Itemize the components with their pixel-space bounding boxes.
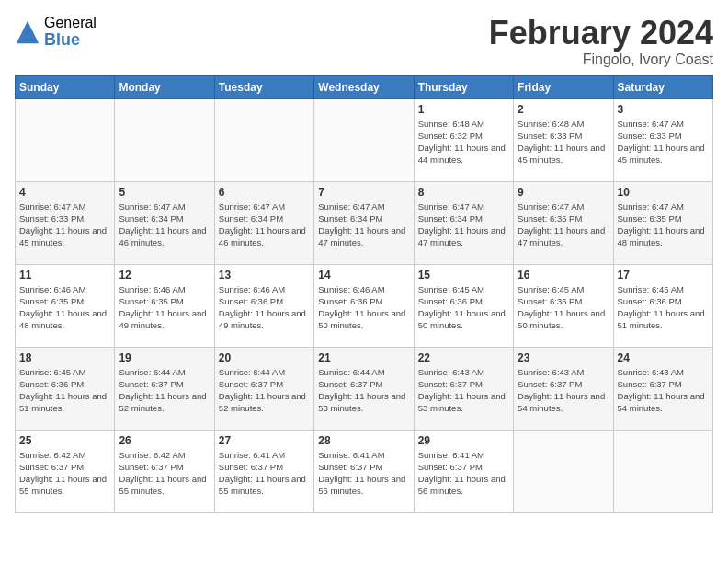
- calendar-day-cell: 1Sunrise: 6:48 AM Sunset: 6:32 PM Daylig…: [414, 98, 513, 181]
- calendar-day-cell: [314, 98, 414, 181]
- day-info: Sunrise: 6:47 AM Sunset: 6:33 PM Dayligh…: [618, 118, 709, 167]
- calendar-day-cell: 14Sunrise: 6:46 AM Sunset: 6:36 PM Dayli…: [314, 264, 414, 347]
- calendar-day-cell: 7Sunrise: 6:47 AM Sunset: 6:34 PM Daylig…: [314, 181, 414, 264]
- day-number: 16: [518, 269, 609, 282]
- day-info: Sunrise: 6:46 AM Sunset: 6:36 PM Dayligh…: [219, 283, 310, 332]
- calendar-day-cell: 12Sunrise: 6:46 AM Sunset: 6:35 PM Dayli…: [115, 264, 214, 347]
- day-info: Sunrise: 6:47 AM Sunset: 6:35 PM Dayligh…: [618, 201, 709, 249]
- day-number: 24: [618, 351, 709, 364]
- calendar-week-row: 18Sunrise: 6:45 AM Sunset: 6:36 PM Dayli…: [16, 347, 713, 430]
- calendar-day-cell: 27Sunrise: 6:41 AM Sunset: 6:37 PM Dayli…: [214, 430, 313, 512]
- calendar-day-cell: 15Sunrise: 6:45 AM Sunset: 6:36 PM Dayli…: [414, 264, 513, 347]
- day-number: 29: [418, 434, 509, 447]
- logo: General Blue: [15, 15, 97, 49]
- calendar-day-cell: 22Sunrise: 6:43 AM Sunset: 6:37 PM Dayli…: [414, 347, 513, 430]
- calendar-day-cell: 29Sunrise: 6:41 AM Sunset: 6:37 PM Dayli…: [414, 430, 513, 512]
- day-number: 6: [219, 186, 310, 199]
- calendar-header-cell: Wednesday: [314, 75, 414, 98]
- day-number: 10: [618, 186, 709, 199]
- day-number: 2: [518, 103, 609, 116]
- day-number: 19: [119, 351, 210, 364]
- day-number: 28: [318, 434, 409, 447]
- day-number: 14: [318, 269, 409, 282]
- day-info: Sunrise: 6:46 AM Sunset: 6:35 PM Dayligh…: [19, 283, 110, 332]
- logo-general: General: [44, 15, 97, 31]
- day-info: Sunrise: 6:41 AM Sunset: 6:37 PM Dayligh…: [219, 449, 310, 498]
- calendar-day-cell: 6Sunrise: 6:47 AM Sunset: 6:34 PM Daylig…: [214, 181, 313, 264]
- day-info: Sunrise: 6:43 AM Sunset: 6:37 PM Dayligh…: [518, 366, 609, 415]
- day-number: 1: [418, 103, 509, 116]
- calendar-day-cell: 20Sunrise: 6:44 AM Sunset: 6:37 PM Dayli…: [214, 347, 313, 430]
- day-number: 11: [19, 269, 110, 282]
- calendar-day-cell: 9Sunrise: 6:47 AM Sunset: 6:35 PM Daylig…: [514, 181, 613, 264]
- calendar-day-cell: 5Sunrise: 6:47 AM Sunset: 6:34 PM Daylig…: [115, 181, 214, 264]
- day-number: 25: [19, 434, 110, 447]
- day-info: Sunrise: 6:47 AM Sunset: 6:34 PM Dayligh…: [119, 201, 210, 249]
- day-number: 23: [518, 351, 609, 364]
- calendar-header-cell: Friday: [514, 75, 613, 98]
- calendar-day-cell: 26Sunrise: 6:42 AM Sunset: 6:37 PM Dayli…: [115, 430, 214, 512]
- day-number: 17: [618, 269, 709, 282]
- calendar-day-cell: [514, 430, 613, 512]
- calendar-day-cell: 25Sunrise: 6:42 AM Sunset: 6:37 PM Dayli…: [16, 430, 115, 512]
- calendar-day-cell: 4Sunrise: 6:47 AM Sunset: 6:33 PM Daylig…: [16, 181, 115, 264]
- calendar-day-cell: [16, 98, 115, 181]
- calendar-day-cell: [214, 98, 313, 181]
- day-info: Sunrise: 6:41 AM Sunset: 6:37 PM Dayligh…: [418, 449, 509, 498]
- day-number: 27: [219, 434, 310, 447]
- calendar-week-row: 25Sunrise: 6:42 AM Sunset: 6:37 PM Dayli…: [16, 430, 713, 512]
- calendar-day-cell: 13Sunrise: 6:46 AM Sunset: 6:36 PM Dayli…: [214, 264, 313, 347]
- calendar-header-cell: Saturday: [613, 75, 712, 98]
- day-number: 9: [518, 186, 609, 199]
- calendar-day-cell: [115, 98, 214, 181]
- day-number: 20: [219, 351, 310, 364]
- day-info: Sunrise: 6:45 AM Sunset: 6:36 PM Dayligh…: [418, 283, 509, 332]
- calendar-day-cell: 21Sunrise: 6:44 AM Sunset: 6:37 PM Dayli…: [314, 347, 414, 430]
- calendar-week-row: 4Sunrise: 6:47 AM Sunset: 6:33 PM Daylig…: [16, 181, 713, 264]
- day-info: Sunrise: 6:44 AM Sunset: 6:37 PM Dayligh…: [119, 366, 210, 415]
- calendar-header-cell: Sunday: [16, 75, 115, 98]
- day-info: Sunrise: 6:45 AM Sunset: 6:36 PM Dayligh…: [618, 283, 709, 332]
- day-number: 7: [318, 186, 409, 199]
- day-number: 8: [418, 186, 509, 199]
- day-info: Sunrise: 6:41 AM Sunset: 6:37 PM Dayligh…: [318, 449, 409, 498]
- day-info: Sunrise: 6:48 AM Sunset: 6:32 PM Dayligh…: [418, 118, 509, 167]
- calendar-day-cell: 11Sunrise: 6:46 AM Sunset: 6:35 PM Dayli…: [16, 264, 115, 347]
- logo-text: General Blue: [44, 15, 97, 49]
- page-header: General Blue February 2024 Fingolo, Ivor…: [15, 15, 713, 68]
- calendar-week-row: 11Sunrise: 6:46 AM Sunset: 6:35 PM Dayli…: [16, 264, 713, 347]
- calendar-body: 1Sunrise: 6:48 AM Sunset: 6:32 PM Daylig…: [16, 98, 713, 512]
- day-number: 5: [119, 186, 210, 199]
- day-number: 18: [19, 351, 110, 364]
- day-number: 21: [318, 351, 409, 364]
- day-number: 13: [219, 269, 310, 282]
- calendar-day-cell: 28Sunrise: 6:41 AM Sunset: 6:37 PM Dayli…: [314, 430, 414, 512]
- day-info: Sunrise: 6:42 AM Sunset: 6:37 PM Dayligh…: [119, 449, 210, 498]
- day-number: 15: [418, 269, 509, 282]
- day-number: 4: [19, 186, 110, 199]
- calendar-day-cell: 17Sunrise: 6:45 AM Sunset: 6:36 PM Dayli…: [613, 264, 712, 347]
- calendar-day-cell: 10Sunrise: 6:47 AM Sunset: 6:35 PM Dayli…: [613, 181, 712, 264]
- calendar-day-cell: 8Sunrise: 6:47 AM Sunset: 6:34 PM Daylig…: [414, 181, 513, 264]
- calendar-day-cell: 3Sunrise: 6:47 AM Sunset: 6:33 PM Daylig…: [613, 98, 712, 181]
- calendar-day-cell: 16Sunrise: 6:45 AM Sunset: 6:36 PM Dayli…: [514, 264, 613, 347]
- calendar-header-row: SundayMondayTuesdayWednesdayThursdayFrid…: [16, 75, 713, 98]
- calendar-header-cell: Thursday: [414, 75, 513, 98]
- day-number: 26: [119, 434, 210, 447]
- day-info: Sunrise: 6:48 AM Sunset: 6:33 PM Dayligh…: [518, 118, 609, 167]
- logo-blue: Blue: [44, 31, 97, 50]
- title-block: February 2024 Fingolo, Ivory Coast: [489, 15, 713, 68]
- calendar-header-cell: Monday: [115, 75, 214, 98]
- day-info: Sunrise: 6:47 AM Sunset: 6:34 PM Dayligh…: [318, 201, 409, 249]
- day-info: Sunrise: 6:45 AM Sunset: 6:36 PM Dayligh…: [518, 283, 609, 332]
- day-info: Sunrise: 6:42 AM Sunset: 6:37 PM Dayligh…: [19, 449, 110, 498]
- calendar-day-cell: 24Sunrise: 6:43 AM Sunset: 6:37 PM Dayli…: [613, 347, 712, 430]
- month-title: February 2024: [489, 15, 713, 52]
- calendar-day-cell: 23Sunrise: 6:43 AM Sunset: 6:37 PM Dayli…: [514, 347, 613, 430]
- day-info: Sunrise: 6:47 AM Sunset: 6:33 PM Dayligh…: [19, 201, 110, 249]
- day-info: Sunrise: 6:47 AM Sunset: 6:34 PM Dayligh…: [219, 201, 310, 249]
- location-title: Fingolo, Ivory Coast: [489, 52, 713, 68]
- day-info: Sunrise: 6:47 AM Sunset: 6:34 PM Dayligh…: [418, 201, 509, 249]
- day-info: Sunrise: 6:43 AM Sunset: 6:37 PM Dayligh…: [418, 366, 509, 415]
- day-info: Sunrise: 6:44 AM Sunset: 6:37 PM Dayligh…: [219, 366, 310, 415]
